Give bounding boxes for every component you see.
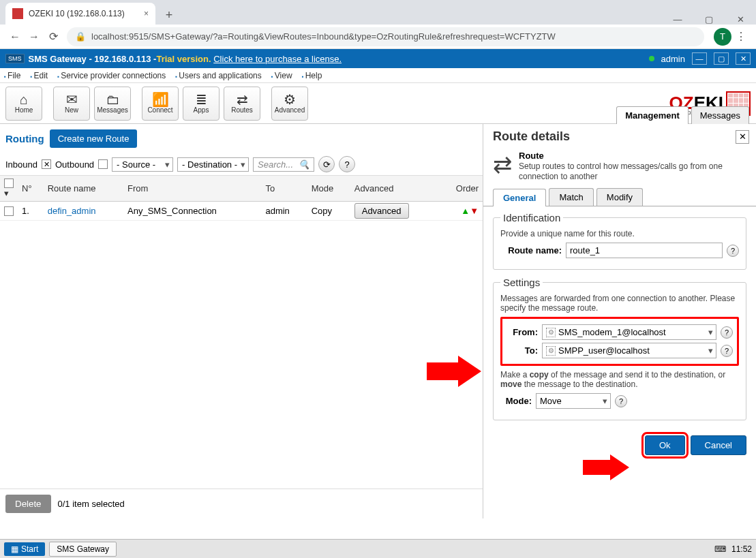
- identification-legend: Identification: [500, 212, 563, 223]
- settings-legend: Settings: [500, 277, 543, 288]
- toolbar: ⌂Home ✉New 🗀Messages 📶Connect ≣Apps ⇄Rou…: [0, 83, 756, 124]
- routing-heading: Routing: [5, 133, 44, 144]
- tab-modify[interactable]: Modify: [596, 188, 643, 206]
- profile-avatar[interactable]: T: [714, 28, 731, 46]
- subtab-messages[interactable]: Messages: [691, 106, 749, 124]
- window-minimize-icon[interactable]: —: [662, 14, 693, 25]
- tool-connect[interactable]: 📶Connect: [142, 87, 179, 121]
- tool-home[interactable]: ⌂Home: [5, 87, 42, 121]
- tool-apps[interactable]: ≣Apps: [183, 87, 220, 121]
- address-bar[interactable]: 🔒 localhost:9515/SMS+Gateway/?a=Routing&…: [67, 27, 704, 46]
- from-label: From:: [506, 327, 538, 337]
- create-route-button[interactable]: Create new Route: [50, 129, 138, 148]
- clock: 11:52: [731, 544, 752, 554]
- forward-button[interactable]: →: [25, 27, 44, 46]
- tab-match[interactable]: Match: [549, 188, 593, 206]
- tab-favicon: [12, 8, 23, 19]
- app-title: SMS Gateway - 192.168.0.113 -: [29, 54, 157, 64]
- help-icon[interactable]: ?: [727, 245, 739, 257]
- window-close-icon[interactable]: ✕: [725, 14, 756, 25]
- start-button[interactable]: ▦Start: [4, 542, 45, 556]
- lock-icon: 🔒: [75, 31, 86, 42]
- order-down-icon[interactable]: ▼: [470, 206, 479, 216]
- help-icon[interactable]: ?: [615, 395, 627, 407]
- taskbar: ▦Start SMS Gateway ⌨11:52: [0, 539, 756, 558]
- ok-button[interactable]: Ok: [645, 435, 685, 455]
- table-row[interactable]: 1. defin_admin Any_SMS_Connection admin …: [0, 202, 483, 221]
- app-minimize-icon[interactable]: —: [692, 52, 707, 65]
- mode-label: Mode:: [500, 396, 532, 406]
- app-titlebar: SMS SMS Gateway - 192.168.0.113 - Trial …: [0, 49, 756, 68]
- help-button[interactable]: ?: [339, 156, 355, 172]
- apps-icon: ≣: [196, 93, 207, 106]
- select-all-checkbox[interactable]: [4, 179, 14, 188]
- connect-icon: 📶: [152, 93, 169, 106]
- tool-advanced[interactable]: ⚙Advanced: [271, 87, 308, 121]
- browser-menu-icon[interactable]: ⋮: [731, 27, 751, 46]
- messages-icon: 🗀: [106, 93, 119, 106]
- from-select[interactable]: ⚙SMS_modem_1@localhost: [542, 324, 716, 340]
- trial-label: Trial version.: [156, 54, 211, 64]
- source-select[interactable]: - Source -: [112, 157, 173, 172]
- gear-icon: ⚙: [546, 328, 556, 337]
- user-label[interactable]: admin: [661, 54, 685, 64]
- gear-icon: ⚙: [546, 346, 556, 356]
- browser-toolbar: ← → ⟳ 🔒 localhost:9515/SMS+Gateway/?a=Ro…: [0, 25, 756, 49]
- cancel-button[interactable]: Cancel: [691, 435, 746, 455]
- menu-file[interactable]: File: [4, 71, 20, 80]
- license-link[interactable]: Click here to purchase a license.: [213, 54, 342, 64]
- menu-edit[interactable]: Edit: [30, 71, 48, 80]
- search-input[interactable]: Search...🔍: [253, 157, 314, 172]
- tool-messages[interactable]: 🗀Messages: [94, 87, 131, 121]
- highlighted-settings: From: ⚙SMS_modem_1@localhost ? To: ⚙SMPP…: [500, 317, 739, 366]
- search-icon: 🔍: [299, 159, 309, 170]
- help-icon[interactable]: ?: [721, 326, 733, 339]
- panel-close-icon[interactable]: ✕: [736, 130, 749, 144]
- selection-count: 0/1 item selected: [58, 499, 125, 509]
- row-advanced-button[interactable]: Advanced: [354, 203, 409, 219]
- row-checkbox[interactable]: [4, 206, 14, 216]
- route-name-label: Route name:: [500, 245, 562, 255]
- taskbar-item[interactable]: SMS Gateway: [49, 542, 117, 557]
- routes-table: ▾ N° Route name From To Mode Advanced Or…: [0, 176, 483, 221]
- to-select[interactable]: ⚙SMPP_user@localhost: [542, 343, 716, 358]
- menu-users[interactable]: Users and applications: [175, 71, 261, 80]
- tab-title: OZEKI 10 (192.168.0.113): [29, 9, 125, 18]
- browser-tab[interactable]: OZEKI 10 (192.168.0.113) ×: [5, 3, 155, 25]
- order-up-icon[interactable]: ▲: [461, 206, 470, 216]
- menu-view[interactable]: View: [271, 71, 292, 80]
- help-icon[interactable]: ?: [721, 345, 733, 357]
- to-label: To:: [506, 345, 538, 356]
- menu-spc[interactable]: Service provider connections: [57, 71, 166, 80]
- menu-bar: File Edit Service provider connections U…: [0, 68, 756, 83]
- tab-general[interactable]: General: [493, 189, 546, 206]
- tool-new[interactable]: ✉New: [53, 87, 90, 121]
- subtab-management[interactable]: Management: [616, 106, 688, 124]
- route-name-input[interactable]: [566, 243, 723, 258]
- route-name-link[interactable]: defin_admin: [44, 202, 123, 221]
- outbound-checkbox[interactable]: [98, 159, 108, 169]
- back-button[interactable]: ←: [5, 27, 25, 46]
- destination-select[interactable]: - Destination -: [177, 157, 249, 172]
- tab-close-icon[interactable]: ×: [144, 9, 149, 18]
- keyboard-icon[interactable]: ⌨: [714, 544, 726, 554]
- grid-icon: ▦: [11, 544, 18, 554]
- advanced-icon: ⚙: [284, 93, 296, 106]
- mode-select[interactable]: Move: [536, 393, 611, 409]
- inbound-label: Inbound: [5, 159, 37, 170]
- refresh-button[interactable]: ⟳: [318, 156, 335, 172]
- url-text: localhost:9515/SMS+Gateway/?a=Routing&Vi…: [91, 31, 556, 42]
- window-maximize-icon[interactable]: ▢: [693, 14, 725, 25]
- inbound-checkbox[interactable]: [42, 159, 51, 169]
- home-icon: ⌂: [20, 93, 28, 106]
- reload-button[interactable]: ⟳: [44, 27, 63, 46]
- route-icon: ⇄: [493, 151, 512, 181]
- app-close-icon[interactable]: ✕: [736, 52, 751, 65]
- outbound-label: Outbound: [55, 159, 94, 170]
- menu-help[interactable]: Help: [302, 71, 322, 80]
- app-maximize-icon[interactable]: ▢: [714, 52, 729, 65]
- panel-title: Route details: [493, 129, 570, 144]
- tool-routes[interactable]: ⇄Routes: [224, 87, 260, 121]
- delete-button[interactable]: Delete: [5, 495, 51, 513]
- new-tab-button[interactable]: +: [160, 5, 179, 25]
